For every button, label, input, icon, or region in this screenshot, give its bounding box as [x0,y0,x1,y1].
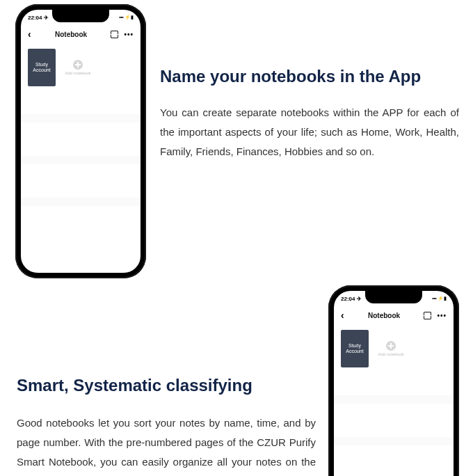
phone-mockup-2: 22:04 ✈ ••• ⚡ ▮ ‹ Notebook ••• Study Acc… [328,285,459,476]
section2-heading: Smart, Systematic classifying [17,376,316,395]
scan-icon[interactable] [424,312,431,319]
status-indicators: ••• ⚡ ▮ [432,296,447,301]
section1-body: You can create separate notebooks within… [160,103,459,161]
notebook-tile[interactable]: Study Account [341,330,369,367]
header-title: Notebook [55,31,87,38]
app-header: ‹ Notebook ••• [21,24,141,45]
section2-body: Good notebooks let you sort your notes b… [17,413,316,476]
scan-icon[interactable] [111,31,118,38]
section-name-notebooks: Name your notebooks in the App You can c… [160,4,459,161]
app-header: ‹ Notebook ••• [334,305,454,326]
header-title: Notebook [368,312,400,319]
status-indicators: ••• ⚡ ▮ [119,15,134,20]
status-time: 22:04 ✈ [28,15,49,21]
phone-mockup-1: 22:04 ✈ ••• ⚡ ▮ ‹ Notebook ••• Study Acc… [15,4,146,278]
add-notebook-button[interactable]: Add notebook [64,49,92,86]
phone-notch [52,10,109,22]
status-time: 22:04 ✈ [341,296,362,302]
more-icon[interactable]: ••• [124,31,134,38]
add-notebook-label: Add notebook [378,352,403,356]
plus-icon [73,60,83,70]
more-icon[interactable]: ••• [437,312,447,319]
section1-heading: Name your notebooks in the App [160,67,459,86]
add-notebook-button[interactable]: Add notebook [377,330,405,367]
section-classifying: Smart, Systematic classifying Good noteb… [17,285,316,476]
back-icon[interactable]: ‹ [28,29,31,40]
notebook-tile[interactable]: Study Account [28,49,56,86]
add-notebook-label: Add notebook [65,71,90,75]
phone-notch [365,291,422,303]
back-icon[interactable]: ‹ [341,310,344,321]
plus-icon [386,341,396,351]
